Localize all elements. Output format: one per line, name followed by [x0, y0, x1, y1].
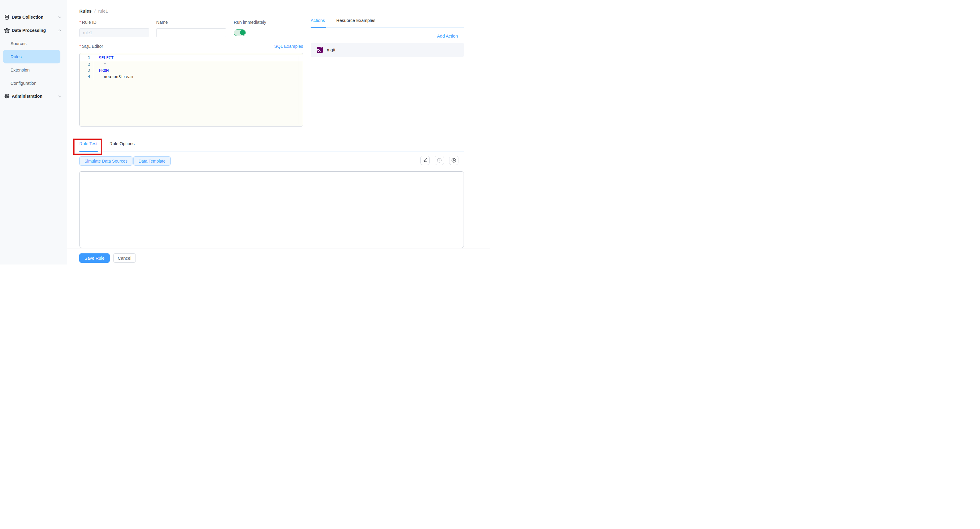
- sidebar-item-sources[interactable]: Sources: [0, 38, 67, 49]
- toggle-knob: [240, 30, 245, 35]
- sidebar-item-label: Sources: [11, 41, 26, 46]
- line-number: 1: [80, 55, 94, 61]
- name-field[interactable]: [156, 28, 226, 37]
- play-icon: [451, 158, 457, 163]
- breadcrumb-rules-link[interactable]: Rules: [79, 8, 92, 14]
- sidebar-item-label: Configuration: [11, 81, 37, 86]
- code-line: 4 neuronStream: [80, 73, 303, 80]
- chevron-up-icon: [57, 28, 62, 33]
- rule-tabs: Rule Test Rule Options: [79, 141, 135, 146]
- chevron-down-icon: [57, 15, 62, 19]
- sql-examples-link[interactable]: SQL Examples: [274, 44, 303, 49]
- sidebar-item-administration[interactable]: Administration: [0, 91, 67, 101]
- footer-bar: Save Rule Cancel: [67, 249, 490, 264]
- sidebar-item-label: Administration: [12, 94, 42, 99]
- code-text: SELECT: [94, 55, 303, 61]
- simulate-data-sources-button[interactable]: Simulate Data Sources: [79, 156, 132, 166]
- sidebar-item-rules[interactable]: Rules: [3, 50, 60, 64]
- tab-actions[interactable]: Actions: [311, 18, 325, 23]
- sidebar-item-label: Data Collection: [12, 15, 44, 19]
- action-item-mqtt[interactable]: mqtt: [311, 43, 464, 57]
- actions-panel-tabs: Actions Resuorce Examples: [311, 18, 375, 23]
- breadcrumb-current: rule1: [98, 9, 108, 14]
- gear-icon: [4, 94, 10, 99]
- code-text: *: [94, 61, 303, 68]
- line-number: 2: [80, 61, 94, 68]
- pause-icon: [436, 158, 442, 163]
- network-icon: [4, 28, 10, 33]
- mqtt-icon: [317, 47, 323, 53]
- sidebar-item-label: Data Processing: [12, 28, 46, 33]
- pause-rule-test-button[interactable]: [435, 156, 444, 165]
- sidebar-item-label: Rules: [11, 54, 22, 59]
- add-action-link[interactable]: Add Action: [437, 33, 458, 38]
- active-tab-indicator: [79, 151, 98, 152]
- tab-rule-options[interactable]: Rule Options: [109, 141, 135, 146]
- run-rule-test-button[interactable]: [449, 156, 458, 165]
- tab-track: [311, 27, 464, 28]
- database-icon: [4, 14, 10, 20]
- sidebar-item-data-collection[interactable]: Data Collection: [0, 12, 67, 22]
- sidebar-item-label: Extension: [11, 68, 30, 72]
- cancel-button[interactable]: Cancel: [113, 253, 136, 263]
- rule-test-output-area[interactable]: [79, 171, 464, 248]
- run-immediately-label: Run immediately: [234, 20, 266, 25]
- sidebar-item-data-processing[interactable]: Data Processing: [0, 25, 67, 35]
- breadcrumb-separator: /: [94, 8, 95, 14]
- sidebar-item-configuration[interactable]: Configuration: [0, 78, 67, 88]
- rule-editor-page: Data Collection Data Processing: [0, 0, 490, 264]
- run-immediately-toggle[interactable]: [234, 29, 246, 36]
- data-template-button[interactable]: Data Template: [134, 156, 171, 166]
- active-tab-indicator: [311, 27, 326, 28]
- name-label: Name: [156, 20, 168, 25]
- rule-id-field[interactable]: [79, 28, 149, 37]
- line-number: 3: [80, 67, 94, 73]
- sql-code-editor[interactable]: 1 SELECT 2 * 3 FROM 4 neuronStream: [79, 53, 303, 126]
- sql-editor-label: *SQL Editor: [79, 44, 103, 49]
- line-number: 4: [80, 73, 94, 80]
- sidebar: Data Collection Data Processing: [0, 0, 67, 264]
- rule-id-label: *Rule ID: [79, 20, 96, 25]
- code-line: 1 SELECT: [80, 55, 303, 61]
- chevron-down-icon: [57, 94, 62, 99]
- action-name: mqtt: [327, 48, 335, 52]
- main-content: Rules / rule1 *Rule ID Name Run immediat…: [67, 0, 490, 264]
- code-text: FROM: [94, 67, 303, 73]
- required-asterisk: *: [79, 20, 81, 25]
- output-scrollbar[interactable]: [81, 171, 463, 172]
- tab-resource-examples[interactable]: Resuorce Examples: [336, 18, 375, 23]
- tab-track: [79, 151, 464, 152]
- save-rule-button[interactable]: Save Rule: [79, 253, 110, 263]
- sidebar-item-extension[interactable]: Extension: [0, 65, 67, 75]
- code-line: 2 *: [80, 61, 303, 68]
- required-asterisk: *: [79, 44, 81, 49]
- breadcrumb: Rules / rule1: [79, 8, 108, 14]
- code-text: neuronStream: [94, 73, 303, 80]
- broom-icon: [422, 158, 428, 163]
- clear-output-button[interactable]: [420, 156, 430, 165]
- code-line: 3 FROM: [80, 67, 303, 73]
- tab-rule-test[interactable]: Rule Test: [79, 141, 97, 146]
